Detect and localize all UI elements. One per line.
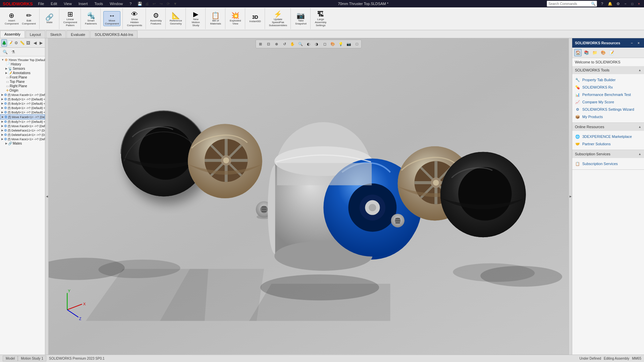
right-sidebar-toggle[interactable]: ▶ [569, 38, 572, 355]
tree-front-plane-item[interactable]: ▭ Front Plane [0, 75, 45, 80]
tree-delete-face11-item[interactable]: ▶ ⚙ (f) DeleteFace11<1> ->? (Default) [0, 128, 45, 133]
vp-btn-2[interactable]: ⊡ [265, 41, 272, 47]
maximize-btn[interactable]: □ [630, 1, 635, 6]
tree-body2-item[interactable]: ▶ ⚙ (f) Body2<1> ->? (Default) <<De... [0, 97, 45, 101]
tree-delete-face14-item[interactable]: ▶ ⚙ (f) DeleteFace14<1> ->? (Default)... [0, 133, 45, 137]
search-box[interactable]: 🔍 [547, 1, 597, 7]
move-component-btn[interactable]: ↔ MoveComponent [103, 11, 120, 26]
menu-window[interactable]: Window [108, 1, 124, 6]
tab-addins[interactable]: SOLIDWORKS Add-Ins [90, 31, 138, 38]
close-btn[interactable]: × [637, 1, 641, 6]
menu-insert[interactable]: Insert [77, 1, 89, 6]
assembly-features-btn[interactable]: ⚙ AssemblyFeatures [149, 11, 163, 26]
menu-view[interactable]: View [62, 1, 73, 6]
feature-manager-btn[interactable]: 🌲 [1, 39, 7, 47]
instant3d-btn[interactable]: 3D Instant3D [248, 14, 263, 23]
vp-btn-section[interactable]: ◻ [321, 41, 328, 47]
vp-btn-pan[interactable]: ✋ [289, 41, 296, 47]
settings-wizard-link[interactable]: ⚙ SOLIDWORKS Settings Wizard [575, 106, 641, 113]
display-manager-btn[interactable]: 🖼 [25, 39, 31, 47]
subscription-services-header[interactable]: Subscription Services ▲ [572, 150, 644, 158]
qa-print-btn[interactable]: 🖨 [144, 1, 150, 7]
bill-of-materials-btn[interactable]: 📋 Bill ofMaterials [208, 11, 223, 26]
tree-body7-item[interactable]: ▶ ⚙ (f) Body7<1> ->? (Default) <<De... [0, 119, 45, 124]
subscription-services-link[interactable]: 📋 Subscription Services [575, 160, 641, 167]
exploded-view-btn[interactable]: 💥 ExplodedView [228, 11, 243, 26]
tree-body3-item[interactable]: ▶ ⚙ (f) Body3<1> ->? (Default) <<Def... [0, 101, 45, 106]
solidworks-tools-header[interactable]: SOLIDWORKS Tools ▲ [572, 66, 644, 74]
rp-palette-btn[interactable]: 🎨 [599, 49, 607, 56]
property-manager-btn[interactable]: 📝 [8, 39, 13, 47]
vp-btn-display2[interactable]: ◑ [313, 41, 320, 47]
search-tree-btn[interactable]: 🔍 [1, 48, 9, 56]
show-hidden-btn[interactable]: 👁 ShowHiddenComponents [125, 10, 143, 28]
rp-design-lib-btn[interactable]: 📚 [583, 49, 590, 56]
take-snapshot-btn[interactable]: 📷 TakeSnapshot [293, 11, 308, 26]
online-resources-header[interactable]: Online Resources ▲ [572, 123, 644, 131]
linear-pattern-btn[interactable]: ⊞ LinearComponentPattern [62, 10, 78, 28]
vp-btn-1[interactable]: ⊞ [257, 41, 264, 47]
panel-minimize-btn[interactable]: − [629, 40, 635, 46]
tree-mates-item[interactable]: ▶ 🔗 Mates [0, 141, 45, 146]
qa-redo-btn[interactable]: ↪ [158, 1, 164, 7]
vp-btn-hide[interactable]: □ [353, 41, 361, 47]
help-btn[interactable]: ? [599, 1, 605, 7]
config-manager-btn[interactable]: ⚙ [14, 39, 19, 47]
alert-btn[interactable]: 🔔 [607, 1, 613, 7]
reference-geometry-btn[interactable]: 📐 ReferenceGeometry [168, 11, 183, 26]
tab-layout[interactable]: Layout [25, 31, 45, 38]
collapse-tree-btn[interactable]: ◀ [32, 39, 38, 47]
property-tab-builder-link[interactable]: 🔧 Property Tab Builder [575, 76, 641, 84]
tree-move-face8-item[interactable]: ▶ ⚙ (f) Move Face8<1> ->? (Default) [0, 93, 45, 97]
tree-root-item[interactable]: ▼ ⚙ 70mm Thruster Top (Default) <Displa.… [0, 58, 45, 62]
speedpak-btn[interactable]: ⚡ UpdateSpeedPakSubassemblies [268, 10, 288, 28]
rp-custom-prop-btn[interactable]: 📝 [608, 49, 615, 56]
status-tab-motion[interactable]: Motion Study 1 [18, 356, 46, 361]
vp-btn-zoom[interactable]: 🔍 [297, 41, 304, 47]
partner-solutions-link[interactable]: 🤝 Partner Solutions [575, 140, 641, 148]
menu-tools[interactable]: Tools [93, 1, 104, 6]
status-tab-model[interactable]: Model [3, 356, 18, 361]
solidworks-rx-link[interactable]: 💊 SOLIDWORKS Rx [575, 84, 641, 91]
rp-file-explorer-btn[interactable]: 📁 [591, 49, 598, 56]
tree-body4-item[interactable]: ▶ ⚙ (f) Body4<1> ->? (Default) <<Def... [0, 106, 45, 110]
tree-move-face1-item[interactable]: ▶ ⚙ (f) Move Face1<1> ->? (Default)... [0, 137, 45, 141]
large-assembly-btn[interactable]: 🏗 LargeAssemblySettings [313, 10, 328, 28]
menu-help[interactable]: ? [128, 1, 133, 6]
filter-tree-btn[interactable]: ⚗ [9, 48, 17, 56]
insert-component-btn[interactable]: ⊕ InsertComponent [3, 11, 20, 26]
qa-options-btn[interactable]: ▼ [172, 1, 178, 7]
performance-benchmark-link[interactable]: 📊 Performance Benchmark Test [575, 91, 641, 98]
qa-undo-btn[interactable]: ↩ [151, 1, 157, 7]
mate-btn[interactable]: 🔗 Mate [42, 13, 57, 24]
tab-sketch[interactable]: Sketch [46, 31, 66, 38]
compare-score-link[interactable]: 📈 Compare My Score [575, 98, 641, 106]
tab-assembly[interactable]: Assembly [0, 31, 25, 38]
vp-btn-rotate[interactable]: ↺ [281, 41, 288, 47]
tree-origin-item[interactable]: ✛ Origin [0, 88, 45, 93]
smart-fasteners-btn[interactable]: 🔩 SmartFasteners [84, 11, 98, 26]
3dexperience-link[interactable]: 🌐 3DEXPERIENCE Marketplace [575, 133, 641, 140]
edit-component-btn[interactable]: ✏ EditComponent [20, 11, 37, 26]
my-products-link[interactable]: 📦 My Products [575, 113, 641, 120]
settings-btn[interactable]: ⚙ [615, 1, 621, 7]
menu-edit[interactable]: Edit [49, 1, 58, 6]
tab-evaluate[interactable]: Evaluate [66, 31, 90, 38]
tree-body5-item[interactable]: ▶ ⚙ (f) Body5<1> ->? (Default) <<Def... [0, 110, 45, 114]
rp-resources-btn[interactable]: 🏠 [574, 49, 582, 56]
tree-top-plane-item[interactable]: ▭ Top Plane [0, 80, 45, 84]
minimize-btn[interactable]: − [623, 1, 628, 6]
new-motion-study-btn[interactable]: ▶ NewMotionStudy [189, 10, 203, 28]
qa-save-btn[interactable]: 💾 [137, 1, 143, 7]
vp-btn-appearance[interactable]: 🎨 [329, 41, 336, 47]
vp-btn-lights[interactable]: 💡 [337, 41, 344, 47]
tree-history-item[interactable]: 📄 History [0, 62, 45, 66]
menu-file[interactable]: File [37, 1, 46, 6]
tree-sensors-item[interactable]: ▶ 📡 Sensors [0, 66, 45, 71]
left-sidebar-toggle[interactable]: ◀ [45, 38, 49, 355]
vp-btn-camera[interactable]: 📷 [345, 41, 353, 47]
qa-rebuild-btn[interactable]: ⟳ [165, 1, 171, 7]
tree-move-face5-item[interactable]: ▶ ⚙ (f) Move Face5<1> ->? (Default)... [0, 124, 45, 128]
search-input[interactable] [548, 2, 591, 6]
expand-tree-btn[interactable]: ▶ [38, 39, 44, 47]
